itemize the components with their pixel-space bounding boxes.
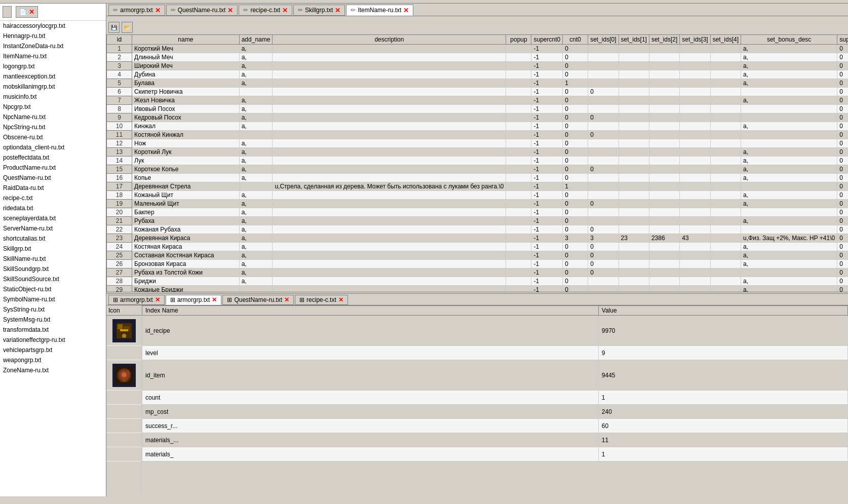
sidebar-file-item[interactable]: ZoneName-ru.txt [0,365,106,375]
bottom-tab-close[interactable]: ✕ [284,296,289,303]
props-row[interactable]: id_item9445 [142,360,848,391]
table-row[interactable]: 19Маленький Щита,-100а,00 [107,200,849,208]
table-row[interactable]: 29Кожаные Бриджи-10а,00 [107,286,849,292]
sidebar-file-item[interactable]: InstantZoneData-ru.txt [0,41,106,51]
top-tab-4[interactable]: ✏ItemName-ru.txt✕ [346,5,413,16]
tab-close-icon[interactable]: ✕ [335,7,340,14]
menu-window[interactable] [22,1,26,2]
sidebar-file-item[interactable]: NpcName-ru.txt [0,112,106,122]
props-row[interactable]: count1 [142,391,848,405]
table-row[interactable]: 26Бронзовая Кирасаа,-100а,00 [107,260,849,268]
sidebar-file-item[interactable]: recipe-c.txt [0,193,106,203]
table-row[interactable]: 23Деревянная Кирасаа,-13323238643u,Физ. … [107,234,849,243]
top-tab-2[interactable]: ✏recipe-c.txt✕ [239,5,292,16]
table-row[interactable]: 20Бакпера,-1000 [107,208,849,217]
toolbar-btn-save[interactable]: 💾 [108,22,120,33]
sidebar-file-item[interactable]: SymbolName-ru.txt [0,294,106,304]
table-row[interactable]: 28Бриджиа,-10а,00 [107,277,849,286]
sidebar-file-item[interactable]: SystemMsg-ru.txt [0,315,106,325]
sidebar-file-item[interactable]: Obscene-ru.txt [0,132,106,142]
table-row[interactable]: 17Деревянная Стрелаu,Стрела, сделанная и… [107,182,849,191]
table-row[interactable]: 4Дубинаа,-10а,00 [107,70,849,79]
table-row[interactable]: 7Жезл Новичкаа,-10а,00 [107,96,849,105]
props-table-wrap[interactable]: Index Name Value id_recipe9970level9id_i… [142,305,848,496]
tab-close-icon[interactable]: ✕ [403,7,409,14]
bottom-tab-3[interactable]: ⊞recipe-c.txt✕ [295,295,348,305]
table-row[interactable]: 2Длинный Меча,-10а,00 [107,53,849,62]
table-row[interactable]: 9Кедровый Посоха,-10000 [107,113,849,122]
sidebar-file-item[interactable]: ProductName-ru.txt [0,163,106,173]
bottom-tab-1[interactable]: ⊞armorgrp.txt✕ [166,295,222,305]
sidebar-file-item[interactable]: sceneplayerdata.txt [0,213,106,223]
sidebar-file-item[interactable]: StaticObject-ru.txt [0,284,106,294]
toolbar-btn-open[interactable]: 📂 [122,22,133,33]
toolbar-menu-file[interactable] [109,17,115,19]
bottom-tab-close[interactable]: ✕ [338,296,343,303]
table-row[interactable]: 25Составная Костяная Кирасаа,-100а,00 [107,251,849,260]
sidebar-file-item[interactable]: QuestName-ru.txt [0,173,106,183]
tab-close-icon[interactable]: ✕ [227,7,233,14]
table-row[interactable]: 16Копьеа,-10а,00 [107,174,849,182]
toolbar-menu-edit[interactable] [118,17,124,19]
table-row[interactable]: 22Кожаная Рубахаа,-10000 [107,225,849,234]
table-row[interactable]: 8Ивовый Посоха,-1000 [107,105,849,113]
sidebar-file-item[interactable]: SkillName-ru.txt [0,254,106,264]
sidebar-file-item[interactable]: posteffectdata.txt [0,152,106,163]
dat-disasm-tab[interactable]: 📄 ✕ [16,6,38,18]
sidebar-file-item[interactable]: shortcutalias.txt [0,234,106,244]
table-row[interactable]: 27Рубаха из Толстой Кожиа,-10000 [107,268,849,277]
sidebar-file-item[interactable]: musicinfo.txt [0,92,106,102]
table-row[interactable]: 18Кожаный Щита,-10а,00 [107,191,849,200]
sidebar-file-item[interactable]: ItemName-ru.txt [0,51,106,61]
table-row[interactable]: 5Булаваа,-11а,00 [107,79,849,88]
sidebar-file-item[interactable]: Skillgrp.txt [0,244,106,254]
new-tab-button[interactable] [3,6,12,18]
table-row[interactable]: 11Костяной Кинжал-10000 [107,131,849,139]
sidebar-file-item[interactable]: optiondata_client-ru.txt [0,142,106,152]
upper-table-scroll[interactable]: idnameadd_namedescriptionpopupsupercnt0c… [106,34,848,292]
sidebar-file-item[interactable]: Npcgrp.txt [0,102,106,112]
table-row[interactable]: 10Кинжала,-10а,00 [107,122,849,131]
sidebar-file-item[interactable]: vehiclepartsgrp.txt [0,345,106,355]
sidebar-file-item[interactable]: SysString-ru.txt [0,304,106,315]
sidebar-file-item[interactable]: weapongrp.txt [0,355,106,365]
menu-cache[interactable] [12,1,16,2]
props-row[interactable]: mp_cost240 [142,405,848,419]
sidebar-file-item[interactable]: SkillSoundSource.txt [0,274,106,284]
props-row[interactable]: materials_1 [142,447,848,461]
sidebar-file-item[interactable]: SkillSoundgrp.txt [0,264,106,274]
sidebar-file-item[interactable]: hairaccessorylocgrp.txt [0,21,106,31]
top-tab-0[interactable]: ✏armorgrp.txt✕ [108,5,165,16]
sidebar-file-item[interactable]: variationeffectgrp-ru.txt [0,335,106,345]
sidebar-file-item[interactable]: ridedata.txt [0,203,106,213]
tab-close-icon[interactable]: ✕ [282,7,288,14]
props-row[interactable]: id_recipe9970 [142,316,848,346]
table-row[interactable]: 3Широкий Меча,-10а,00 [107,62,849,70]
bottom-tab-close[interactable]: ✕ [212,296,217,303]
props-row[interactable]: success_r...60 [142,419,848,433]
props-row[interactable]: materials_...11 [142,433,848,447]
tab-close-icon[interactable]: ✕ [155,7,161,14]
table-row[interactable]: 12Ножа,-1000 [107,139,849,148]
table-row[interactable]: 14Лука,-10а,00 [107,157,849,165]
bottom-tab-0[interactable]: ⊞armorgrp.txt✕ [108,295,165,305]
sidebar-file-item[interactable]: Hennagrp-ru.txt [0,31,106,41]
sidebar-file-item[interactable]: RaidData-ru.txt [0,183,106,193]
sidebar-file-item[interactable]: transformdata.txt [0,325,106,335]
table-row[interactable]: 15Короткое Копьеа,-100а,00 [107,165,849,174]
dat-disasm-close[interactable]: ✕ [29,8,34,16]
sidebar-file-item[interactable]: NpcString-ru.txt [0,122,106,132]
sidebar-file-item[interactable]: mantleexception.txt [0,71,106,82]
sidebar-file-item[interactable]: logongrp.txt [0,61,106,71]
table-row[interactable]: 24Костяная Кирасаа,-100а,00 [107,243,849,251]
sidebar-file-item[interactable]: mobskillanimgrp.txt [0,82,106,92]
bottom-tab-2[interactable]: ⊞QuestName-ru.txt✕ [222,295,294,305]
table-row[interactable]: 13Короткий Лука,-10а,00 [107,148,849,157]
props-row[interactable]: level9 [142,346,848,360]
top-tab-3[interactable]: ✏Skillgrp.txt✕ [293,5,345,16]
menu-file[interactable] [2,1,6,2]
top-tab-1[interactable]: ✏QuestName-ru.txt✕ [166,5,238,16]
table-row[interactable]: 21Рубахаа,-10а,00 [107,217,849,225]
sidebar-file-item[interactable]: ServerName-ru.txt [0,223,106,234]
table-row[interactable]: 1Короткий Меча,-10а,00 [107,45,849,53]
